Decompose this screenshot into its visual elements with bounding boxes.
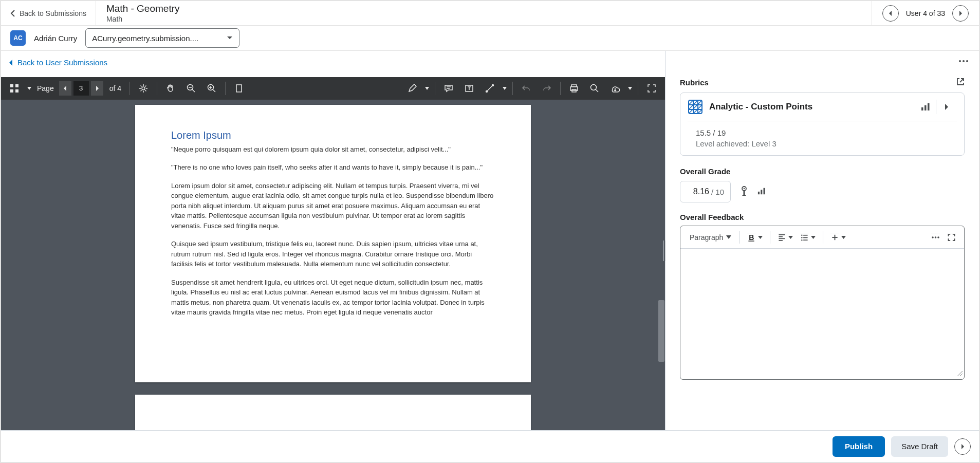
save-draft-button[interactable]: Save Draft	[891, 436, 948, 457]
redo-icon[interactable]	[538, 79, 556, 98]
text-box-icon[interactable]	[460, 79, 478, 98]
format-dropdown[interactable]: Paragraph	[686, 231, 735, 244]
view-mode-icon[interactable]	[5, 79, 24, 98]
undo-icon[interactable]	[517, 79, 535, 98]
settings-icon[interactable]	[134, 79, 153, 98]
student-avatar: AC	[10, 30, 26, 46]
grade-suggest-icon[interactable]	[740, 186, 748, 198]
submission-file-dropdown[interactable]: ACurry.geometry.submission....	[85, 28, 239, 48]
editor-more-icon[interactable]	[928, 231, 943, 244]
download-icon[interactable]	[606, 79, 624, 98]
bold-button[interactable]: B	[744, 231, 766, 244]
svg-point-54	[801, 239, 802, 240]
svg-point-38	[744, 188, 745, 189]
overall-feedback-label: Overall Feedback	[680, 213, 965, 221]
svg-rect-22	[570, 87, 578, 90]
student-name: Adrián Curry	[34, 34, 77, 43]
svg-point-24	[591, 84, 597, 90]
rubric-level: Level achieved: Level 3	[696, 139, 949, 148]
svg-point-26	[959, 60, 961, 62]
editor-fullscreen-icon[interactable]	[944, 231, 959, 244]
doc-para-1: Lorem ipsum dolor sit amet, consectetur …	[171, 181, 495, 231]
page-number-input[interactable]: 3	[73, 81, 89, 96]
rubrics-popout-icon[interactable]	[956, 78, 965, 87]
feedback-editor: Paragraph B	[680, 226, 965, 380]
assignment-title-block: Math - Geometry Math	[96, 3, 872, 23]
svg-rect-34	[921, 107, 923, 110]
pen-dropdown[interactable]	[423, 87, 431, 90]
rubric-stats-icon[interactable]	[915, 103, 936, 111]
panel-more-icon[interactable]	[958, 56, 969, 64]
back-to-user-submissions-label: Back to User Submissions	[17, 58, 107, 67]
back-to-submissions-label: Back to Submissions	[20, 9, 86, 17]
prev-page-button[interactable]	[59, 81, 71, 96]
svg-point-28	[966, 60, 968, 62]
back-to-submissions[interactable]: Back to Submissions	[1, 1, 96, 25]
svg-text:B: B	[749, 233, 754, 242]
page-total-label: of 4	[109, 84, 121, 92]
svg-line-25	[596, 89, 598, 92]
pdf-page-next	[135, 395, 531, 431]
list-button[interactable]	[797, 231, 819, 244]
doc-para-2: Quisque sed ipsum vestibulum, tristique …	[171, 239, 495, 269]
svg-point-58	[932, 236, 934, 238]
assignment-subtitle: Math	[106, 15, 861, 23]
rubric-score: 15.5 / 19	[696, 128, 949, 137]
feedback-textarea[interactable]	[680, 249, 964, 379]
view-mode-dropdown[interactable]	[26, 87, 33, 90]
svg-line-62	[960, 374, 963, 376]
next-page-button[interactable]	[91, 81, 103, 96]
zoom-out-icon[interactable]	[182, 79, 200, 98]
prev-user-button[interactable]	[882, 5, 899, 22]
svg-point-27	[963, 60, 965, 62]
align-button[interactable]	[774, 231, 796, 244]
rubric-expand-icon[interactable]	[936, 103, 957, 110]
pan-icon[interactable]	[161, 79, 180, 98]
download-dropdown[interactable]	[626, 87, 634, 90]
svg-rect-40	[743, 195, 746, 196]
back-to-user-submissions[interactable]: Back to User Submissions	[8, 58, 107, 67]
pdf-page: Lorem Ipsum "Neque porro quisquam est qu…	[135, 105, 531, 382]
svg-point-20	[492, 84, 494, 86]
rubric-title: Analytic - Custom Points	[709, 102, 909, 112]
svg-point-52	[801, 237, 802, 238]
user-position-label: User 4 of 33	[906, 9, 945, 17]
svg-rect-36	[928, 103, 930, 110]
svg-rect-35	[924, 105, 927, 110]
format-label: Paragraph	[690, 233, 723, 242]
panel-resize-handle[interactable]	[663, 240, 667, 261]
svg-line-9	[213, 89, 215, 92]
search-icon[interactable]	[585, 79, 604, 98]
print-icon[interactable]	[565, 79, 583, 98]
fit-page-icon[interactable]	[230, 79, 248, 98]
doc-heading: Lorem Ipsum	[171, 129, 495, 141]
overall-grade-label: Overall Grade	[680, 167, 965, 176]
svg-point-4	[142, 87, 145, 90]
insert-button[interactable]	[827, 231, 849, 244]
svg-rect-43	[764, 188, 765, 194]
fullscreen-icon[interactable]	[642, 79, 661, 98]
line-icon[interactable]	[480, 79, 499, 98]
next-user-button[interactable]	[952, 5, 969, 22]
editor-resize-handle[interactable]	[956, 369, 963, 378]
scrollbar-thumb[interactable]	[658, 300, 664, 362]
grade-value: 8.16	[687, 187, 709, 196]
publish-button[interactable]: Publish	[833, 436, 885, 457]
svg-line-6	[192, 89, 195, 92]
svg-rect-42	[761, 190, 762, 194]
line-dropdown[interactable]	[501, 87, 508, 90]
note-icon[interactable]	[439, 79, 458, 98]
svg-line-61	[957, 371, 963, 376]
svg-rect-2	[10, 89, 13, 92]
grade-stats-icon[interactable]	[757, 186, 766, 198]
pdf-viewport[interactable]: Lorem Ipsum "Neque porro quisquam est qu…	[1, 100, 665, 431]
svg-line-18	[487, 85, 493, 91]
svg-point-50	[801, 235, 802, 236]
next-action-button[interactable]	[954, 438, 971, 455]
svg-rect-39	[744, 191, 745, 195]
grade-input[interactable]: 8.16 / 10	[680, 181, 731, 202]
svg-rect-0	[10, 84, 13, 87]
pen-icon[interactable]	[403, 79, 421, 98]
pdf-toolbar: Page 3 of 4	[1, 77, 665, 100]
zoom-in-icon[interactable]	[202, 79, 221, 98]
